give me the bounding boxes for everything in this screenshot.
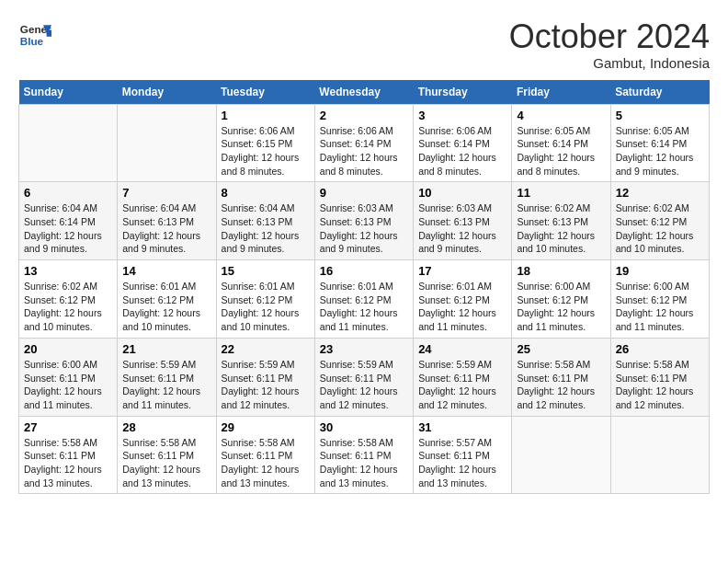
calendar-cell: 19Sunrise: 6:00 AMSunset: 6:12 PMDayligh… (610, 260, 709, 339)
day-info: Sunrise: 6:02 AMSunset: 6:13 PMDaylight:… (517, 201, 605, 256)
day-info: Sunrise: 5:59 AMSunset: 6:11 PMDaylight:… (320, 358, 408, 412)
header-wednesday: Wednesday (314, 80, 413, 105)
day-number: 27 (24, 420, 112, 434)
day-number: 10 (418, 186, 506, 200)
day-number: 6 (24, 186, 112, 200)
day-number: 21 (122, 342, 210, 356)
calendar-cell: 24Sunrise: 5:59 AMSunset: 6:11 PMDayligh… (414, 338, 512, 416)
day-number: 30 (320, 420, 408, 434)
day-number: 7 (122, 186, 210, 200)
calendar-cell (118, 104, 216, 182)
calendar-cell: 3Sunrise: 6:06 AMSunset: 6:14 PMDaylight… (414, 104, 512, 182)
day-info: Sunrise: 6:00 AMSunset: 6:11 PMDaylight:… (24, 358, 112, 412)
svg-marker-3 (47, 30, 51, 37)
day-number: 13 (24, 264, 112, 278)
logo-icon: General Blue (18, 18, 51, 52)
calendar-cell: 21Sunrise: 5:59 AMSunset: 6:11 PMDayligh… (118, 338, 216, 416)
calendar-cell (19, 104, 118, 182)
calendar-cell: 13Sunrise: 6:02 AMSunset: 6:12 PMDayligh… (19, 260, 118, 339)
day-info: Sunrise: 6:04 AMSunset: 6:13 PMDaylight:… (222, 201, 310, 256)
day-info: Sunrise: 5:58 AMSunset: 6:11 PMDaylight:… (222, 436, 310, 490)
calendar-cell (610, 416, 709, 494)
day-number: 4 (517, 109, 605, 122)
title-block: October 2024 Gambut, Indonesia (509, 18, 710, 71)
calendar-cell: 23Sunrise: 5:59 AMSunset: 6:11 PMDayligh… (314, 338, 413, 416)
calendar-cell: 25Sunrise: 5:58 AMSunset: 6:11 PMDayligh… (512, 338, 610, 416)
calendar-week-2: 6Sunrise: 6:04 AMSunset: 6:14 PMDaylight… (19, 182, 710, 260)
calendar-cell: 17Sunrise: 6:01 AMSunset: 6:12 PMDayligh… (414, 260, 512, 339)
day-number: 1 (222, 109, 310, 122)
day-info: Sunrise: 6:01 AMSunset: 6:12 PMDaylight:… (122, 280, 210, 334)
header-tuesday: Tuesday (216, 80, 314, 105)
calendar-week-3: 13Sunrise: 6:02 AMSunset: 6:12 PMDayligh… (19, 260, 710, 339)
day-number: 31 (418, 420, 506, 434)
day-info: Sunrise: 5:58 AMSunset: 6:11 PMDaylight:… (24, 436, 112, 490)
day-info: Sunrise: 6:00 AMSunset: 6:12 PMDaylight:… (517, 280, 605, 334)
day-info: Sunrise: 5:58 AMSunset: 6:11 PMDaylight:… (320, 436, 408, 490)
day-info: Sunrise: 5:58 AMSunset: 6:11 PMDaylight:… (517, 358, 605, 412)
day-number: 18 (517, 264, 605, 278)
header-friday: Friday (512, 80, 610, 105)
day-number: 8 (222, 186, 310, 200)
header-monday: Monday (118, 80, 216, 105)
logo: General Blue (18, 18, 51, 52)
day-info: Sunrise: 5:58 AMSunset: 6:11 PMDaylight:… (616, 358, 704, 412)
day-info: Sunrise: 6:05 AMSunset: 6:14 PMDaylight:… (616, 124, 704, 178)
day-number: 23 (320, 342, 408, 356)
calendar-cell: 10Sunrise: 6:03 AMSunset: 6:13 PMDayligh… (414, 182, 512, 260)
day-number: 15 (222, 264, 310, 278)
header-saturday: Saturday (610, 80, 709, 105)
day-number: 9 (320, 186, 408, 200)
day-number: 14 (122, 264, 210, 278)
calendar-week-5: 27Sunrise: 5:58 AMSunset: 6:11 PMDayligh… (19, 416, 710, 494)
calendar-cell: 7Sunrise: 6:04 AMSunset: 6:13 PMDaylight… (118, 182, 216, 260)
calendar-cell: 1Sunrise: 6:06 AMSunset: 6:15 PMDaylight… (216, 104, 314, 182)
calendar-cell: 26Sunrise: 5:58 AMSunset: 6:11 PMDayligh… (610, 338, 709, 416)
day-info: Sunrise: 6:04 AMSunset: 6:13 PMDaylight:… (122, 201, 210, 256)
day-number: 5 (616, 109, 704, 122)
day-info: Sunrise: 6:02 AMSunset: 6:12 PMDaylight:… (24, 280, 112, 334)
day-info: Sunrise: 5:58 AMSunset: 6:11 PMDaylight:… (122, 436, 210, 490)
header-sunday: Sunday (19, 80, 118, 105)
calendar-cell: 9Sunrise: 6:03 AMSunset: 6:13 PMDaylight… (314, 182, 413, 260)
day-number: 12 (616, 186, 704, 200)
day-info: Sunrise: 6:01 AMSunset: 6:12 PMDaylight:… (418, 280, 506, 334)
day-info: Sunrise: 5:59 AMSunset: 6:11 PMDaylight:… (418, 358, 506, 412)
svg-text:Blue: Blue (20, 35, 44, 47)
day-number: 25 (517, 342, 605, 356)
day-info: Sunrise: 6:00 AMSunset: 6:12 PMDaylight:… (616, 280, 704, 334)
calendar-cell: 30Sunrise: 5:58 AMSunset: 6:11 PMDayligh… (314, 416, 413, 494)
calendar-cell: 14Sunrise: 6:01 AMSunset: 6:12 PMDayligh… (118, 260, 216, 339)
day-info: Sunrise: 6:06 AMSunset: 6:15 PMDaylight:… (222, 124, 310, 178)
calendar-cell: 18Sunrise: 6:00 AMSunset: 6:12 PMDayligh… (512, 260, 610, 339)
day-number: 16 (320, 264, 408, 278)
calendar-cell: 5Sunrise: 6:05 AMSunset: 6:14 PMDaylight… (610, 104, 709, 182)
day-info: Sunrise: 6:06 AMSunset: 6:14 PMDaylight:… (418, 124, 506, 178)
calendar-cell: 11Sunrise: 6:02 AMSunset: 6:13 PMDayligh… (512, 182, 610, 260)
calendar-week-4: 20Sunrise: 6:00 AMSunset: 6:11 PMDayligh… (19, 338, 710, 416)
day-number: 29 (222, 420, 310, 434)
day-number: 22 (222, 342, 310, 356)
day-info: Sunrise: 6:04 AMSunset: 6:14 PMDaylight:… (24, 201, 112, 256)
day-info: Sunrise: 6:05 AMSunset: 6:14 PMDaylight:… (517, 124, 605, 178)
calendar-cell: 29Sunrise: 5:58 AMSunset: 6:11 PMDayligh… (216, 416, 314, 494)
day-info: Sunrise: 6:01 AMSunset: 6:12 PMDaylight:… (222, 280, 310, 334)
day-number: 28 (122, 420, 210, 434)
calendar-cell (512, 416, 610, 494)
header-thursday: Thursday (414, 80, 512, 105)
location: Gambut, Indonesia (509, 55, 710, 71)
day-info: Sunrise: 6:02 AMSunset: 6:12 PMDaylight:… (616, 201, 704, 256)
calendar-cell: 12Sunrise: 6:02 AMSunset: 6:12 PMDayligh… (610, 182, 709, 260)
day-number: 17 (418, 264, 506, 278)
calendar-cell: 16Sunrise: 6:01 AMSunset: 6:12 PMDayligh… (314, 260, 413, 339)
calendar-table: SundayMondayTuesdayWednesdayThursdayFrid… (18, 80, 710, 495)
calendar-cell: 22Sunrise: 5:59 AMSunset: 6:11 PMDayligh… (216, 338, 314, 416)
month-title: October 2024 (509, 18, 710, 55)
calendar-cell: 4Sunrise: 6:05 AMSunset: 6:14 PMDaylight… (512, 104, 610, 182)
day-number: 3 (418, 109, 506, 122)
day-info: Sunrise: 6:03 AMSunset: 6:13 PMDaylight:… (418, 201, 506, 256)
calendar-cell: 8Sunrise: 6:04 AMSunset: 6:13 PMDaylight… (216, 182, 314, 260)
calendar-cell: 27Sunrise: 5:58 AMSunset: 6:11 PMDayligh… (19, 416, 118, 494)
calendar-cell: 28Sunrise: 5:58 AMSunset: 6:11 PMDayligh… (118, 416, 216, 494)
calendar-cell: 20Sunrise: 6:00 AMSunset: 6:11 PMDayligh… (19, 338, 118, 416)
